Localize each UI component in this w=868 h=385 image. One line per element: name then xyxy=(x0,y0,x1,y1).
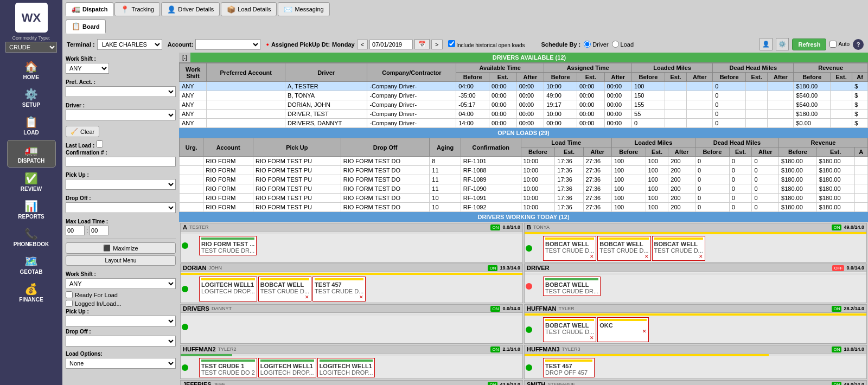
load-card[interactable]: BOBCAT WELL TEST CRUDE DR... xyxy=(543,277,601,296)
schedule-load-radio[interactable] xyxy=(612,41,619,48)
user-profile-btn[interactable]: 👤 xyxy=(760,38,773,50)
board-driver-card[interactable]: HUFFMAN3 TYLER3 ON 10.0/14.0 TEST 457 DR… xyxy=(524,345,867,379)
board-driver-card[interactable]: JEFFRIES JEFF ON 43.6/14.0 RIO FORM TEST… xyxy=(180,380,523,385)
load-card[interactable]: BOBCAT WELL TEST CRUDE D... ✕ xyxy=(652,236,705,261)
load-card[interactable]: TEST CRUDE 1 TEST CRUDE DO 2 xyxy=(199,358,257,377)
load-card-close[interactable]: ✕ xyxy=(359,294,363,300)
date-cal-btn[interactable]: 📅 xyxy=(414,39,430,49)
load-card[interactable]: BOBCAT WELL TEST CRUDE D... ✕ xyxy=(543,236,596,261)
ready-for-load-check[interactable] xyxy=(66,291,73,298)
help-button[interactable]: ? xyxy=(853,39,864,50)
load-card-close[interactable]: ✕ xyxy=(590,254,594,259)
logged-in-check[interactable] xyxy=(66,300,73,307)
pref-acct-select[interactable] xyxy=(66,86,176,97)
table-row[interactable]: RIO FORM RIO FORM TEST PU RIO FORM TEST … xyxy=(180,175,868,184)
dropoff2-select[interactable] xyxy=(66,336,176,347)
tab-tracking[interactable]: 📍 Tracking xyxy=(114,2,160,16)
load-card[interactable]: LOGITECH WELL1 LOGITECH DROP... xyxy=(317,358,375,377)
collapse-drivers-btn[interactable]: [-] xyxy=(179,54,190,62)
board-driver-card[interactable]: B TONYA ON 49.0/14.0 BOBCAT WELL TEST CR… xyxy=(524,223,867,262)
load-card[interactable]: TEST 457 DROP OFF 457 xyxy=(543,358,595,377)
work-shift-select[interactable]: ANY xyxy=(66,63,109,74)
load-card-close[interactable]: ✕ xyxy=(305,294,309,300)
open-loads-table-container[interactable]: Urg. Account Pick Up Drop Off Aging Conf… xyxy=(179,138,868,212)
load-card[interactable]: OKC ✕ xyxy=(597,317,649,342)
pickup-filter-select[interactable] xyxy=(66,179,176,190)
settings-btn[interactable]: ⚙️ xyxy=(776,38,789,50)
terminal-select[interactable]: LAKE CHARLES xyxy=(97,39,162,50)
schedule-load-label[interactable]: Load xyxy=(612,41,634,48)
table-row[interactable]: RIO FORM RIO FORM TEST PU RIO FORM TEST … xyxy=(180,166,868,175)
table-row[interactable]: RIO FORM RIO FORM TEST PU RIO FORM TEST … xyxy=(180,184,868,194)
sidebar-item-home[interactable]: 🏠 HOME xyxy=(7,57,56,84)
table-row[interactable]: ANY DORIAN, JOHN -Company Driver- -05:17… xyxy=(180,100,868,110)
table-row[interactable]: ANY DRIVER, TEST -Company Driver- 04:00 … xyxy=(180,110,868,119)
max-load-hours[interactable] xyxy=(66,226,85,235)
clear-button[interactable]: 🧹 Clear xyxy=(66,126,99,137)
include-historical-label[interactable]: Include historical open loads xyxy=(448,40,525,48)
driver-body: RIO FORM TEST ... TEST CRUDE DR... xyxy=(181,235,522,256)
auto-checkbox[interactable] xyxy=(829,41,837,48)
confirmation-input[interactable] xyxy=(66,157,176,166)
date-next-btn[interactable]: > xyxy=(431,40,442,49)
load-card[interactable]: LOGITECH WELL1 LOGITECH DROP... xyxy=(199,277,257,301)
sidebar-item-setup[interactable]: ⚙️ SETUP xyxy=(7,85,56,111)
load-card-close[interactable]: ✕ xyxy=(699,254,703,259)
board-driver-card[interactable]: SMITH STEPHANIE ON 49.0/14.0 BOBCAT WELL… xyxy=(524,380,867,385)
tab-messaging[interactable]: ✉️ Messaging xyxy=(278,2,329,16)
date-input[interactable] xyxy=(369,40,413,49)
load-card-close[interactable]: ✕ xyxy=(590,335,594,341)
table-row[interactable]: RIO FORM RIO FORM TEST PU RIO FORM TEST … xyxy=(180,203,868,212)
work-shift2-select[interactable]: ANY xyxy=(66,278,176,289)
table-row[interactable]: RIO FORM RIO FORM TEST PU RIO FORM TEST … xyxy=(180,194,868,203)
auto-check-label[interactable]: Auto xyxy=(829,41,850,48)
terminal-label: Terminal : xyxy=(67,41,95,48)
load-card[interactable]: BOBCAT WELL TEST CRUDE D... ✕ xyxy=(597,236,650,261)
tab-driver-details[interactable]: 👤 Driver Details xyxy=(161,2,220,16)
board-driver-card[interactable]: DRIVER OFF 0.0/14.0 BOBCAT WELL TEST CRU… xyxy=(524,264,867,303)
layout-button[interactable]: Layout Menu xyxy=(66,255,176,266)
sidebar-item-dispatch[interactable]: 🚛 DISPATCH xyxy=(7,140,56,168)
drivers-available-table-container[interactable]: WorkShift Preferred Account Driver Compa… xyxy=(179,63,868,128)
sidebar-item-reports[interactable]: 📊 REPORTS xyxy=(7,196,56,223)
account-select[interactable] xyxy=(195,39,260,50)
cell-lt-est: 17:36 xyxy=(555,203,583,212)
dropoff-filter-select[interactable] xyxy=(66,202,176,213)
pickup2-select[interactable] xyxy=(66,316,176,326)
table-row[interactable]: ANY A, TESTER -Company Driver- 04:00 00:… xyxy=(180,82,868,91)
table-row[interactable]: RIO FORM RIO FORM TEST PU RIO FORM TEST … xyxy=(180,157,868,166)
load-card[interactable]: RIO FORM TEST ... TEST CRUDE DR... xyxy=(199,236,257,255)
sidebar-item-phonebook[interactable]: 📞 PHONEBOOK xyxy=(7,224,56,251)
sidebar-item-geotab[interactable]: 🗺️ GEOTAB xyxy=(7,252,56,278)
tab-board[interactable]: 📋 Board xyxy=(66,20,106,34)
load-card-close[interactable]: ✕ xyxy=(644,254,649,259)
schedule-driver-label[interactable]: Driver xyxy=(584,41,608,48)
load-card-close[interactable]: ✕ xyxy=(642,329,647,334)
schedule-driver-radio[interactable] xyxy=(584,41,591,48)
maximize-button[interactable]: ⬛ Maximize xyxy=(66,242,176,254)
board-driver-card[interactable]: DORIAN JOHN ON 19.3/14.0 LOGITECH WELL1 … xyxy=(180,264,523,303)
load-options-select[interactable]: None xyxy=(66,358,176,369)
driver-filter-select[interactable] xyxy=(66,110,176,120)
last-load-check[interactable] xyxy=(96,140,103,147)
date-prev-btn[interactable]: < xyxy=(357,40,368,49)
board-driver-card[interactable]: HUFFMAN TYLER ON 28.2/14.0 BOBCAT WELL T… xyxy=(524,304,867,344)
commodity-select[interactable]: CRUDE xyxy=(5,42,57,53)
table-row[interactable]: ANY DRIVERS, DANNYT -Company Driver- 14:… xyxy=(180,119,868,128)
table-row[interactable]: ANY B, TONYA -Company Driver- -35:00 00:… xyxy=(180,91,868,100)
tab-dispatch[interactable]: 🚛 Dispatch xyxy=(66,2,113,16)
load-card[interactable]: BOBCAT WELL TEST CRUDE D... ✕ xyxy=(543,317,596,342)
sidebar-item-load[interactable]: 📋 LOAD xyxy=(7,112,56,139)
tab-load-details[interactable]: 📦 Load Details xyxy=(221,2,277,16)
load-card[interactable]: BOBCAT WELL TEST CRUDE D... ✕ xyxy=(258,277,311,301)
board-driver-card[interactable]: A TESTER ON 0.0/14.0 RIO FORM TEST ... T… xyxy=(180,223,523,262)
include-historical-check[interactable] xyxy=(448,40,455,47)
sidebar-item-review[interactable]: ✅ REVIEW xyxy=(7,169,56,195)
board-driver-card[interactable]: DRIVERS DANNYT ON 0.0/14.0 xyxy=(180,304,523,344)
refresh-button[interactable]: Refresh xyxy=(792,39,826,50)
load-card[interactable]: LOGITECH WELL1 LOGITECH DROP... xyxy=(258,358,316,377)
max-load-minutes[interactable] xyxy=(90,226,108,235)
sidebar-item-finance[interactable]: 💰 FINANCE xyxy=(7,279,56,306)
board-driver-card[interactable]: HUFFMAN2 TYLER2 ON 2.1/14.0 TEST CRUDE 1… xyxy=(180,345,523,379)
load-card[interactable]: TEST 457 TEST CRUDE D... ✕ xyxy=(312,277,366,301)
